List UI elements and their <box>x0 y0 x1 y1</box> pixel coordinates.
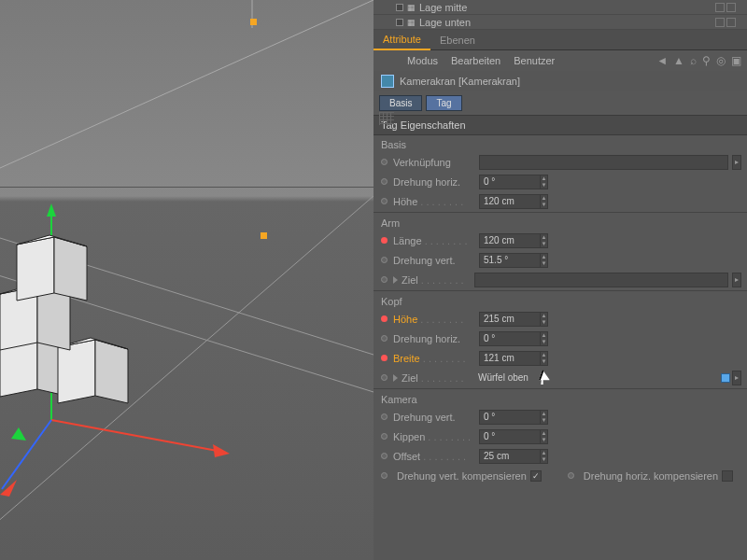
scene-item-lage-mitte[interactable]: ▦ Lage mitte <box>374 0 747 15</box>
svg-line-9 <box>2 420 51 489</box>
subtab-tag[interactable]: Tag <box>426 95 461 111</box>
kopf-hoehe-input[interactable] <box>479 312 541 327</box>
grid-icon[interactable] <box>379 112 394 125</box>
prop-arm-ziel: Ziel ▸ <box>374 270 747 289</box>
svg-marker-21 <box>37 287 70 350</box>
spinner[interactable]: ▲▼ <box>540 449 548 464</box>
svg-marker-23 <box>17 237 54 301</box>
prop-kopf-ziel: Ziel Würfel oben ▸ <box>374 368 747 387</box>
prop-basis-drehung-horiz: Drehung horiz. ▲▼ <box>374 172 747 191</box>
arm-ziel-field[interactable] <box>474 273 728 287</box>
search-icon[interactable]: ⌕ <box>690 54 697 67</box>
spinner[interactable]: ▲▼ <box>540 233 548 248</box>
svg-line-7 <box>51 420 222 452</box>
arm-laenge-input[interactable] <box>479 233 541 248</box>
group-arm: Arm <box>374 214 747 231</box>
menu-bearbeiten[interactable]: Bearbeiten <box>451 55 500 66</box>
svg-line-3 <box>0 0 374 168</box>
kamera-drehung-vert-input[interactable] <box>479 410 541 425</box>
scene-item-lage-unten[interactable]: ▦ Lage unten <box>374 15 747 30</box>
cube-icon: ▦ <box>407 3 416 12</box>
viewport-3d[interactable] <box>0 0 374 560</box>
prop-kamera-compensate: Drehung vert. kompensieren ✓ Drehung hor… <box>374 466 747 485</box>
target-icon[interactable]: ◎ <box>716 54 726 67</box>
attribute-menubar: Modus Bearbeiten Benutzer ◄ ▲ ⌕ ⚲ ◎ ▣ <box>374 50 747 71</box>
prop-kamera-kippen: Kippen ▲▼ <box>374 427 747 446</box>
kopf-breite-input[interactable] <box>479 351 541 366</box>
object-header: Kamerakran [Kamerakran] <box>374 71 747 91</box>
kamera-offset-input[interactable] <box>479 449 541 464</box>
svg-marker-8 <box>213 444 230 457</box>
maximize-icon[interactable]: ▣ <box>731 54 741 67</box>
svg-rect-13 <box>261 232 267 239</box>
menu-benutzer[interactable]: Benutzer <box>514 55 555 66</box>
prop-basis-hoehe: Höhe ▲▼ <box>374 191 747 211</box>
scene-item-label: Lage mitte <box>419 2 467 13</box>
spinner[interactable]: ▲▼ <box>540 331 548 346</box>
basis-drehung-horiz-input[interactable] <box>479 175 541 189</box>
prop-kamera-drehung-vert: Drehung vert. ▲▼ <box>374 407 747 427</box>
svg-marker-6 <box>47 203 56 217</box>
svg-marker-17 <box>58 340 95 403</box>
link-caret-icon[interactable]: ▸ <box>732 273 741 287</box>
basis-hoehe-input[interactable] <box>479 194 541 209</box>
tab-attribute[interactable]: Attribute <box>374 30 430 50</box>
group-basis: Basis <box>374 135 747 152</box>
arm-drehung-vert-input[interactable] <box>479 253 541 268</box>
group-kopf: Kopf <box>374 292 747 309</box>
link-caret-icon[interactable]: ▸ <box>732 155 741 170</box>
prop-kopf-breite: Breite ▲▼ <box>374 348 747 368</box>
prop-kopf-drehung-horiz: Drehung horiz. ▲▼ <box>374 329 747 348</box>
svg-marker-10 <box>11 427 26 441</box>
panel-tabbar: Attribute Ebenen <box>374 30 747 50</box>
prop-arm-laenge: Länge ▲▼ <box>374 231 747 250</box>
prop-kamera-offset: Offset ▲▼ <box>374 446 747 466</box>
group-kamera: Kamera <box>374 390 747 407</box>
svg-rect-12 <box>250 19 257 25</box>
cube-icon <box>721 373 730 383</box>
kamera-kippen-input[interactable] <box>479 429 541 444</box>
kopf-ziel-field[interactable]: Würfel oben <box>474 371 717 385</box>
scene-overlay <box>0 0 374 560</box>
spinner[interactable]: ▲▼ <box>540 253 548 268</box>
comp-vert-checkbox[interactable]: ✓ <box>530 470 542 482</box>
scene-item-label: Lage unten <box>419 17 471 28</box>
prop-kopf-hoehe: Höhe ▲▼ <box>374 309 747 329</box>
kopf-drehung-horiz-input[interactable] <box>479 331 541 346</box>
comp-horiz-checkbox[interactable] <box>722 470 733 482</box>
nav-back-icon[interactable]: ◄ <box>656 54 668 67</box>
cube-icon: ▦ <box>407 18 416 27</box>
sub-tabbar: Basis Tag <box>374 91 747 115</box>
lock-icon[interactable]: ⚲ <box>702 54 711 67</box>
section-title: Tag Eigenschaften <box>374 115 747 135</box>
prop-verknuepfung: Verknüpfung ▸ <box>374 152 747 172</box>
prop-arm-drehung-vert: Drehung vert. ▲▼ <box>374 250 747 270</box>
subtab-basis[interactable]: Basis <box>379 95 422 111</box>
verknuepfung-field[interactable] <box>479 155 728 170</box>
object-name: Kamerakran [Kamerakran] <box>400 76 520 87</box>
menu-modus[interactable]: Modus <box>407 55 438 66</box>
link-caret-icon[interactable]: ▸ <box>732 371 741 385</box>
camera-crane-icon <box>381 75 394 88</box>
spinner[interactable]: ▲▼ <box>540 175 548 189</box>
spinner[interactable]: ▲▼ <box>540 351 548 366</box>
svg-marker-24 <box>54 237 87 301</box>
attribute-panel: ▦ Lage mitte ▦ Lage unten Attribute Eben… <box>374 0 747 560</box>
spinner[interactable]: ▲▼ <box>540 312 548 327</box>
svg-marker-18 <box>95 340 128 403</box>
spinner[interactable]: ▲▼ <box>540 410 548 425</box>
spinner[interactable]: ▲▼ <box>540 194 548 209</box>
tab-ebenen[interactable]: Ebenen <box>430 31 485 49</box>
spinner[interactable]: ▲▼ <box>540 429 548 444</box>
nav-up-icon[interactable]: ▲ <box>673 54 684 67</box>
